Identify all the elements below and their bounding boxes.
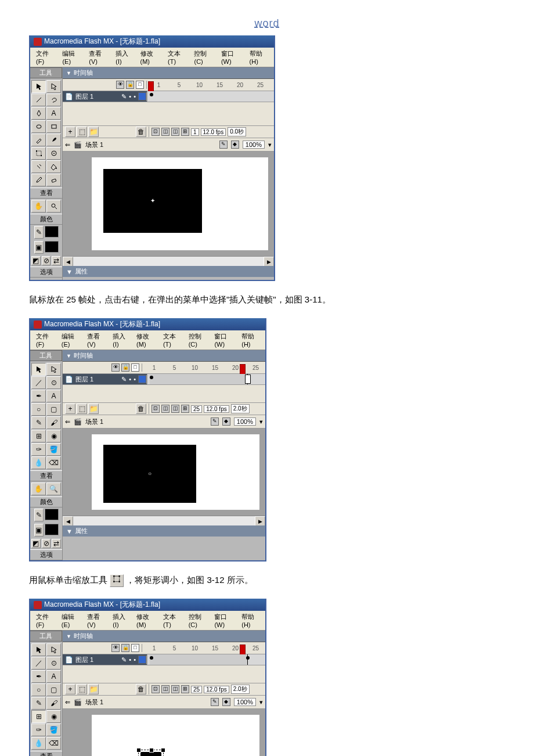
h-scrollbar[interactable]: ◀ ▶ [63, 256, 274, 266]
menu-text[interactable]: 文本(T) [160, 612, 184, 629]
timeline-header[interactable]: ▼时间轴 [63, 67, 274, 79]
keyframe-25[interactable] [245, 375, 251, 384]
stroke-color-icon[interactable]: ✎ [34, 226, 44, 239]
text-tool[interactable]: A [46, 670, 61, 683]
eyedropper-tool[interactable]: 💧 [31, 456, 46, 469]
eyedropper-tool[interactable] [31, 174, 46, 186]
color-swap[interactable]: ⇄ [52, 539, 61, 548]
arrow-tool[interactable] [31, 363, 46, 376]
color-none[interactable]: ⊘ [42, 539, 51, 548]
onion-outline-icon[interactable]: ◫ [171, 128, 179, 136]
menu-insert[interactable]: 插入(I) [109, 612, 132, 629]
lock-icon[interactable]: 🔒 [126, 81, 134, 89]
menu-text[interactable]: 文本(T) [160, 332, 184, 348]
frame-span[interactable] [150, 374, 248, 384]
eraser-tool[interactable]: ⌫ [46, 456, 61, 469]
menu-insert[interactable]: 插入(I) [109, 332, 132, 348]
menu-file[interactable]: 文件(F) [33, 332, 57, 348]
ink-tool[interactable] [31, 160, 46, 173]
menu-view[interactable]: 查看(V) [85, 49, 111, 66]
menu-file[interactable]: 文件(F) [33, 612, 57, 629]
frames-track[interactable] [147, 374, 265, 384]
arrow-tool[interactable] [31, 643, 46, 656]
eraser-tool[interactable]: ⌫ [46, 737, 61, 750]
eyedropper-tool[interactable]: 💧 [31, 737, 46, 750]
text-tool[interactable]: A [46, 390, 61, 402]
paint-bucket-tool[interactable] [46, 160, 61, 173]
menu-modify[interactable]: 修改(M) [133, 332, 158, 348]
transform-tool[interactable]: ⊞ [31, 710, 46, 723]
delete-layer-button[interactable]: 🗑 [136, 127, 146, 137]
keyframe-1[interactable] [150, 656, 153, 660]
ink-tool[interactable]: ✑ [31, 723, 46, 736]
menu-edit[interactable]: 编辑(E) [58, 612, 82, 629]
frame-ruler[interactable]: 1 5 10 15 20 25 [147, 82, 274, 88]
pencil-tool[interactable]: ✎ [31, 416, 46, 429]
black-rectangle[interactable]: ○ [103, 445, 196, 503]
oval-tool[interactable] [31, 120, 46, 133]
rect-tool[interactable]: ▢ [46, 683, 61, 696]
delete-layer-button[interactable]: 🗑 [136, 404, 146, 414]
fill-transform-tool[interactable]: ◉ [46, 430, 61, 442]
menu-text[interactable]: 文本(T) [164, 49, 189, 66]
keyframe-1[interactable] [150, 376, 153, 379]
menu-modify[interactable]: 修改(M) [137, 49, 164, 66]
menu-control[interactable]: 控制(C) [185, 332, 210, 348]
back-icon[interactable]: ⇐ [65, 418, 70, 426]
color-swap[interactable]: ⇄ [52, 256, 61, 265]
add-layer-button[interactable]: + [65, 404, 75, 414]
menu-help[interactable]: 帮助(H) [238, 332, 263, 348]
lasso-tool[interactable]: ⊙ [46, 376, 61, 389]
stage[interactable]: ✦ [92, 157, 268, 250]
text-tool[interactable]: A [46, 107, 61, 120]
eraser-tool[interactable] [46, 174, 61, 186]
zoom-tool[interactable] [46, 200, 61, 213]
menu-window[interactable]: 窗口(W) [211, 332, 237, 348]
pencil-tool[interactable] [31, 134, 46, 146]
keyframe-1[interactable] [150, 93, 153, 96]
add-folder-button[interactable]: 📁 [88, 127, 99, 137]
stage-area[interactable]: ✦ [63, 152, 274, 256]
eye-icon[interactable]: 👁 [116, 81, 124, 89]
onion-icon[interactable]: ◫ [161, 128, 169, 136]
menu-help[interactable]: 帮助(H) [238, 612, 263, 629]
menu-edit[interactable]: 编辑(E) [58, 332, 82, 348]
pen-tool[interactable]: ✒ [31, 390, 46, 402]
keyframe-25[interactable] [246, 656, 250, 660]
subselect-tool[interactable] [46, 80, 61, 93]
oval-tool[interactable]: ○ [31, 683, 46, 696]
zoom-tool[interactable]: 🔍 [46, 483, 61, 495]
lasso-tool[interactable] [46, 93, 61, 106]
menu-window[interactable]: 窗口(W) [211, 612, 237, 629]
stroke-color[interactable] [45, 509, 59, 520]
hand-tool[interactable]: ✋ [31, 483, 46, 495]
fill-color[interactable] [45, 241, 59, 253]
eye-icon[interactable]: 👁 [111, 363, 120, 372]
subselect-tool[interactable] [46, 363, 61, 376]
fill-transform-tool[interactable]: ◉ [46, 710, 61, 723]
lock-icon[interactable]: 🔒 [121, 363, 129, 372]
back-icon[interactable]: ⇐ [65, 141, 70, 149]
center-frame-icon[interactable]: ⊡ [151, 128, 160, 136]
stroke-color-icon[interactable]: ✎ [34, 509, 44, 521]
fill-color[interactable] [45, 524, 59, 535]
hand-tool[interactable]: ✋ [31, 200, 46, 213]
add-layer-button[interactable]: + [65, 127, 75, 137]
menu-control[interactable]: 控制(C) [185, 612, 210, 629]
stroke-color[interactable] [45, 226, 59, 237]
menu-view[interactable]: 查看(V) [84, 332, 108, 348]
line-tool[interactable]: ／ [31, 657, 46, 669]
selected-rectangle[interactable] [138, 750, 164, 756]
edit-symbol-icon[interactable]: ◆ [231, 141, 239, 149]
color-default[interactable]: ◩ [31, 539, 41, 548]
line-tool[interactable]: ／ [31, 376, 46, 389]
black-rectangle[interactable]: ✦ [103, 169, 202, 233]
menu-insert[interactable]: 插入(I) [112, 49, 135, 66]
lasso-tool[interactable]: ⊙ [46, 657, 61, 669]
outline-icon[interactable]: □ [136, 81, 144, 89]
props-header[interactable]: ▼属性 [63, 266, 274, 277]
edit-scene-icon[interactable]: ✎ [219, 141, 228, 149]
line-tool[interactable] [31, 93, 46, 106]
menu-edit[interactable]: 编辑(E) [59, 49, 84, 66]
menu-file[interactable]: 文件(F) [33, 49, 57, 66]
